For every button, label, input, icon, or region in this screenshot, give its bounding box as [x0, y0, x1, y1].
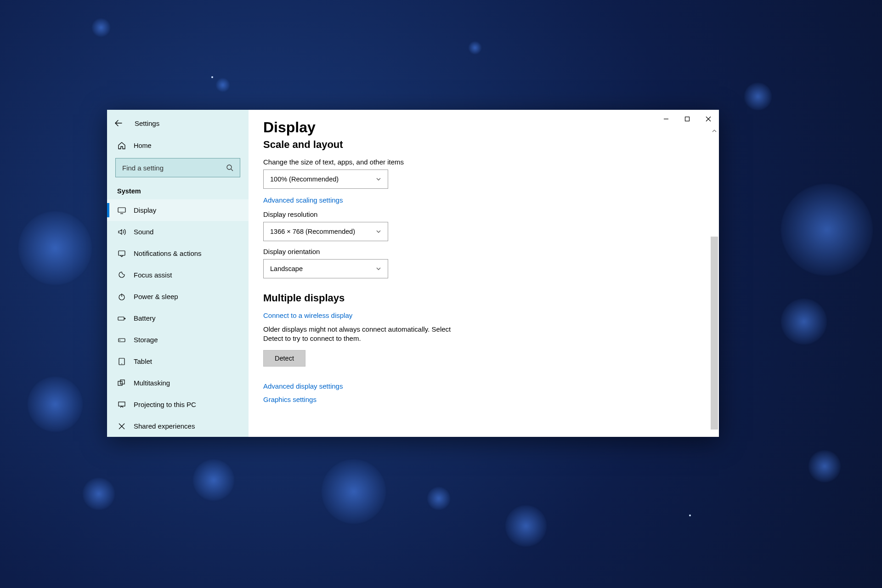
sidebar-item-storage[interactable]: Storage: [107, 329, 249, 351]
bokeh-dot: [193, 459, 234, 501]
maximize-button[interactable]: [677, 110, 698, 128]
focus-assist-icon: [117, 271, 126, 280]
sidebar-item-label: Focus assist: [134, 271, 172, 279]
sidebar-item-multitasking[interactable]: Multitasking: [107, 372, 249, 394]
detect-button[interactable]: Detect: [263, 350, 305, 367]
scale-dropdown[interactable]: 100% (Recommended): [263, 170, 388, 189]
arrow-left-icon: [115, 119, 122, 127]
sidebar-item-label: Tablet: [134, 357, 152, 365]
sidebar-item-shared-experiences[interactable]: Shared experiences: [107, 415, 249, 437]
detect-button-label: Detect: [275, 355, 294, 362]
resolution-dropdown-value: 1366 × 768 (Recommended): [270, 228, 355, 235]
bokeh-dot: [744, 83, 772, 110]
detect-hint-text: Older displays might not always connect …: [263, 325, 465, 344]
nav-list: Display Sound Notifications & actions Fo…: [107, 199, 249, 437]
home-button[interactable]: Home: [107, 135, 249, 156]
orientation-dropdown-value: Landscape: [270, 265, 303, 272]
chevron-down-icon: [376, 176, 381, 182]
sidebar-item-label: Display: [134, 206, 156, 214]
sound-icon: [117, 227, 126, 237]
svg-rect-7: [118, 317, 124, 320]
svg-rect-2: [118, 208, 125, 212]
maximize-icon: [684, 116, 690, 122]
svg-point-10: [119, 339, 120, 340]
connect-wireless-link[interactable]: Connect to a wireless display: [263, 311, 352, 319]
chevron-down-icon: [376, 229, 381, 234]
sidebar-item-label: Projecting to this PC: [134, 401, 196, 408]
svg-rect-4: [119, 251, 125, 255]
advanced-scaling-link[interactable]: Advanced scaling settings: [263, 196, 343, 204]
bokeh-dot: [216, 78, 230, 92]
svg-point-12: [121, 363, 122, 364]
bokeh-dot: [781, 184, 873, 276]
scrollbar-thumb[interactable]: [711, 237, 718, 430]
sidebar-item-label: Battery: [134, 314, 156, 322]
bokeh-dot: [808, 450, 841, 482]
bokeh-dot: [211, 76, 213, 78]
content-area: Display Scale and layout Change the size…: [249, 110, 719, 437]
content: Display Scale and layout Change the size…: [249, 110, 719, 413]
monitor-icon: [117, 206, 126, 215]
settings-window: Settings Home System Display: [107, 110, 719, 437]
svg-rect-19: [685, 117, 690, 121]
app-title: Settings: [135, 119, 159, 127]
search-box[interactable]: [115, 158, 240, 177]
sidebar-item-notifications[interactable]: Notifications & actions: [107, 243, 249, 264]
shared-experiences-icon: [117, 422, 126, 431]
projecting-icon: [117, 400, 126, 409]
svg-rect-8: [124, 318, 125, 319]
sidebar: Settings Home System Display: [107, 110, 249, 437]
home-label: Home: [134, 142, 152, 149]
svg-point-0: [227, 165, 232, 170]
bokeh-dot: [505, 505, 547, 547]
bokeh-dot: [28, 377, 83, 432]
sidebar-item-projecting[interactable]: Projecting to this PC: [107, 394, 249, 415]
sidebar-item-sound[interactable]: Sound: [107, 221, 249, 243]
chevron-down-icon: [376, 266, 381, 271]
sidebar-item-tablet[interactable]: Tablet: [107, 351, 249, 372]
bokeh-dot: [427, 487, 450, 510]
bokeh-dot: [322, 459, 386, 524]
page-title: Display: [263, 119, 704, 136]
sidebar-item-battery[interactable]: Battery: [107, 307, 249, 329]
sidebar-item-display[interactable]: Display: [107, 199, 249, 221]
scale-field-label: Change the size of text, apps, and other…: [263, 158, 704, 166]
resolution-field-label: Display resolution: [263, 210, 704, 218]
sidebar-item-label: Notifications & actions: [134, 249, 202, 257]
sidebar-item-focus-assist[interactable]: Focus assist: [107, 264, 249, 286]
search-icon: [226, 164, 233, 171]
search-input[interactable]: [122, 164, 226, 172]
sidebar-item-label: Shared experiences: [134, 422, 195, 430]
bokeh-dot: [781, 299, 827, 345]
back-button[interactable]: [113, 118, 124, 128]
sidebar-item-label: Multitasking: [134, 379, 170, 387]
tablet-icon: [117, 357, 126, 366]
resolution-dropdown[interactable]: 1366 × 768 (Recommended): [263, 222, 388, 241]
bokeh-dot: [92, 18, 110, 37]
svg-line-1: [231, 169, 233, 171]
section-multiple-displays: Multiple displays: [263, 292, 704, 304]
close-button[interactable]: [698, 110, 719, 128]
category-label: System: [107, 184, 249, 199]
svg-rect-15: [119, 402, 125, 406]
sidebar-item-power-sleep[interactable]: Power & sleep: [107, 286, 249, 307]
sidebar-item-label: Storage: [134, 336, 158, 344]
bokeh-dot: [469, 41, 481, 54]
bokeh-dot: [83, 478, 115, 510]
scale-dropdown-value: 100% (Recommended): [270, 175, 339, 183]
graphics-settings-link[interactable]: Graphics settings: [263, 396, 317, 403]
orientation-dropdown[interactable]: Landscape: [263, 259, 388, 278]
section-scale-layout: Scale and layout: [263, 139, 704, 151]
close-icon: [706, 116, 711, 122]
bokeh-dot: [689, 514, 691, 516]
bokeh-dot: [18, 211, 92, 285]
minimize-button[interactable]: [656, 110, 677, 128]
storage-icon: [117, 335, 126, 345]
scroll-up-arrow-icon[interactable]: [712, 128, 717, 134]
minimize-icon: [663, 116, 669, 122]
notifications-icon: [117, 249, 126, 258]
advanced-display-link[interactable]: Advanced display settings: [263, 382, 343, 390]
titlebar-left: Settings: [107, 115, 249, 131]
multitasking-icon: [117, 379, 126, 388]
orientation-field-label: Display orientation: [263, 248, 704, 255]
